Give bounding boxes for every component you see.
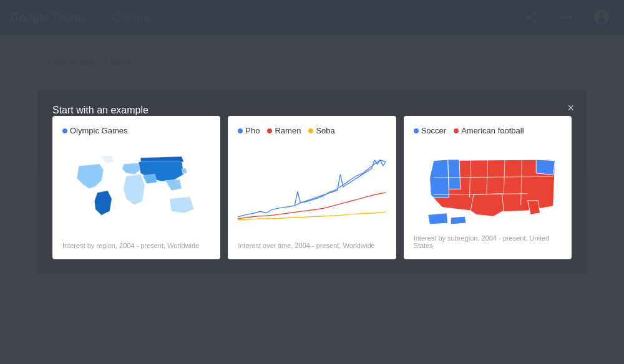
overlay-backdrop: Start with an example × Olympic Games: [0, 0, 624, 364]
card-olympic-footer: Interest by region, 2004 - present, Worl…: [62, 242, 210, 249]
legend-dot-ramen: [267, 128, 272, 133]
legend-label-soccer: Soccer: [421, 126, 446, 135]
legend-dot-olympic: [62, 128, 67, 133]
legend-soccer: Soccer: [414, 126, 446, 135]
card-food-legend: Pho Ramen Soba: [238, 126, 386, 135]
legend-label-pho: Pho: [245, 126, 260, 135]
legend-dot-pho: [238, 128, 243, 133]
legend-label-american-football: American football: [461, 126, 524, 135]
world-map-viz: [62, 143, 210, 234]
legend-soba: Soba: [308, 126, 334, 135]
legend-dot-soba: [308, 128, 313, 133]
card-sports[interactable]: Soccer American football: [404, 116, 572, 259]
legend-dot-american-football: [454, 128, 459, 133]
legend-ramen: Ramen: [267, 126, 301, 135]
legend-american-football: American football: [454, 126, 524, 135]
line-chart-viz: [238, 143, 386, 234]
legend-olympic-games: Olympic Games: [62, 126, 127, 135]
legend-label-olympic: Olympic Games: [70, 126, 127, 135]
card-food[interactable]: Pho Ramen Soba: [228, 116, 396, 259]
card-food-footer: Interest over time, 2004 - present, Worl…: [238, 242, 386, 249]
legend-dot-soccer: [414, 128, 419, 133]
card-olympic-legend: Olympic Games: [62, 126, 210, 135]
overlay-panel: Start with an example × Olympic Games: [37, 90, 587, 274]
legend-label-soba: Soba: [316, 126, 334, 135]
legend-label-ramen: Ramen: [275, 126, 301, 135]
card-sports-legend: Soccer American football: [414, 126, 562, 135]
svg-rect-1: [238, 151, 386, 226]
cards-container: Olympic Games: [52, 116, 572, 259]
card-olympic[interactable]: Olympic Games: [52, 116, 220, 259]
overlay-close-button[interactable]: ×: [567, 102, 574, 113]
us-map-viz: [414, 143, 562, 227]
overlay-title: Start with an example: [52, 105, 149, 115]
card-sports-footer: Interest by subregion, 2004 - present, U…: [414, 234, 562, 249]
legend-pho: Pho: [238, 126, 260, 135]
